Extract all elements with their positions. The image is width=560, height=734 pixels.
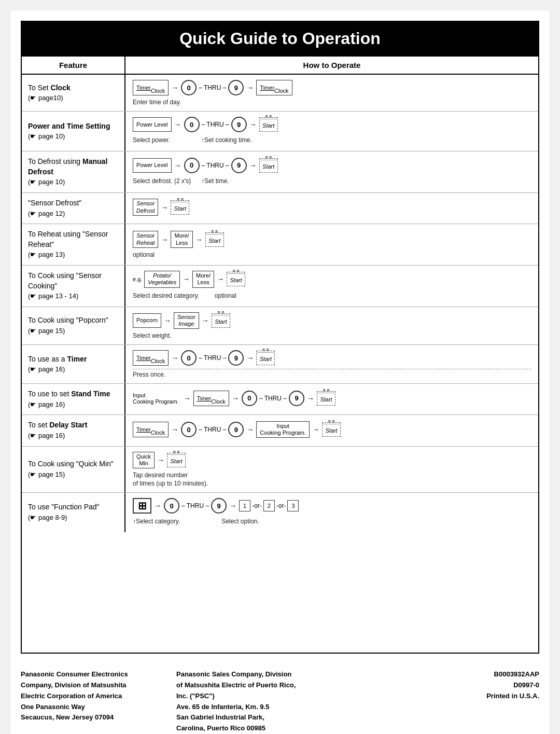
footer: Panasonic Consumer Electronics Company, …: [21, 669, 539, 734]
table-row: To Set Clock(☛ page10) TimerClock → 0 – …: [22, 75, 538, 112]
feature-set-clock: To Set Clock(☛ page10): [22, 75, 125, 111]
operate-timer: TimerClock → 0 – THRU – 9 → ≡ ≡ Start Pr…: [125, 345, 538, 383]
footer-left-line4: One Panasonic Way: [21, 702, 176, 713]
operate-delay-start: TimerClock → 0 – THRU – 9 → InputCooking…: [125, 415, 538, 446]
page: Quick Guide to Operation Feature How to …: [10, 10, 550, 734]
table-row: To Reheat using "Sensor Reheat"(☛ page 1…: [22, 224, 538, 266]
table-header: Feature How to Operate: [22, 57, 538, 75]
feature-header: Feature: [22, 57, 125, 74]
footer-mid-line5: San Gabriel Industrial Park,: [176, 712, 456, 723]
footer-left-line3: Electric Corporation of America: [21, 691, 176, 702]
operate-manual-defrost: Power Level → 0 – THRU – 9 → ≡ ≡ Start S…: [125, 151, 538, 192]
footer-left: Panasonic Consumer Electronics Company, …: [21, 669, 176, 734]
operate-sensor-defrost: SensorDefrost → ≡ ≡ Start: [125, 193, 538, 224]
table-row: Power and Time Setting(☛ page 10) Power …: [22, 112, 538, 151]
table-row: To use "Function Pad"(☛ page 8-9) ⊞ → 0 …: [22, 493, 538, 532]
table-row: To Cook using "Sensor Cooking"(☛ page 13…: [22, 266, 538, 307]
footer-mid-line1: Panasonic Sales Company, Division: [176, 669, 456, 680]
footer-right-line2: D0997-0: [456, 680, 539, 691]
table-row: To Cook using "Popcorn"(☛ page 15) Popco…: [22, 307, 538, 345]
operate-set-clock: TimerClock → 0 – THRU – 9 → TimerClock E…: [125, 75, 538, 111]
feature-stand-time: To use to set Stand Time(☛ page 16): [22, 384, 125, 414]
footer-left-line2: Company, Division of Matsushita: [21, 680, 176, 691]
table-row: To Cook using "Quick Min"(☛ page 15) Qui…: [22, 447, 538, 493]
footer-right-line3: Printed in U.S.A.: [456, 691, 539, 702]
guide-table: Feature How to Operate To Set Clock(☛ pa…: [21, 57, 539, 654]
feature-manual-defrost: To Defrost using Manual Defrost(☛ page 1…: [22, 151, 125, 192]
feature-sensor-reheat: To Reheat using "Sensor Reheat"(☛ page 1…: [22, 224, 125, 265]
feature-popcorn: To Cook using "Popcorn"(☛ page 15): [22, 307, 125, 344]
feature-timer: To use as a Timer(☛ page 16): [22, 345, 125, 383]
table-row: To set Delay Start(☛ page 16) TimerClock…: [22, 415, 538, 446]
operate-popcorn: Popcorn → SensorImage → ≡ ≡ Start Select…: [125, 307, 538, 344]
table-row: To Defrost using Manual Defrost(☛ page 1…: [22, 151, 538, 193]
table-row: To use as a Timer(☛ page 16) TimerClock …: [22, 345, 538, 384]
operate-stand-time: InputCooking Program. → TimerClock → 0 –…: [125, 384, 538, 414]
page-title: Quick Guide to Operation: [21, 21, 539, 57]
operate-header: How to Operate: [125, 57, 538, 74]
footer-right: B0003932AAP D0997-0 Printed in U.S.A.: [456, 669, 539, 734]
feature-function-pad: To use "Function Pad"(☛ page 8-9): [22, 493, 125, 532]
operate-function-pad: ⊞ → 0 – THRU – 9 → 1 -or- 2 -or- 3 ↑Sele…: [125, 493, 538, 532]
operate-quick-min: QuickMin → ≡ ≡ Start Tap desired number …: [125, 447, 538, 492]
feature-quick-min: To Cook using "Quick Min"(☛ page 15): [22, 447, 125, 492]
operate-sensor-cooking: e.g. Potato/Vegetables → More/Less → ≡ ≡…: [125, 266, 538, 307]
feature-sensor-cooking: To Cook using "Sensor Cooking"(☛ page 13…: [22, 266, 125, 307]
footer-mid-line3: Inc. ("PSC"): [176, 691, 456, 702]
footer-mid-line6: Carolina, Puerto Rico 00985: [176, 723, 456, 734]
feature-delay-start: To set Delay Start(☛ page 16): [22, 415, 125, 446]
footer-mid-line4: Ave. 65 de Infanteria, Km. 9.5: [176, 702, 456, 713]
footer-middle: Panasonic Sales Company, Division of Mat…: [176, 669, 456, 734]
footer-right-line1: B0003932AAP: [456, 669, 539, 680]
footer-left-line1: Panasonic Consumer Electronics: [21, 669, 176, 680]
table-row: To use to set Stand Time(☛ page 16) Inpu…: [22, 384, 538, 415]
feature-sensor-defrost: "Sensor Defrost"(☛ page 12): [22, 193, 125, 224]
table-row: "Sensor Defrost"(☛ page 12) SensorDefros…: [22, 193, 538, 224]
feature-power-time: Power and Time Setting(☛ page 10): [22, 112, 125, 151]
operate-power-time: Power Level → 0 – THRU – 9 → ≡ ≡ Start S…: [125, 112, 538, 151]
footer-left-line5: Secaucus, New Jersey 07094: [21, 712, 176, 723]
operate-sensor-reheat: SensorReheat → More/Less → ≡ ≡ Start opt…: [125, 224, 538, 265]
footer-mid-line2: of Matsushita Electric of Puerto Rico,: [176, 680, 456, 691]
